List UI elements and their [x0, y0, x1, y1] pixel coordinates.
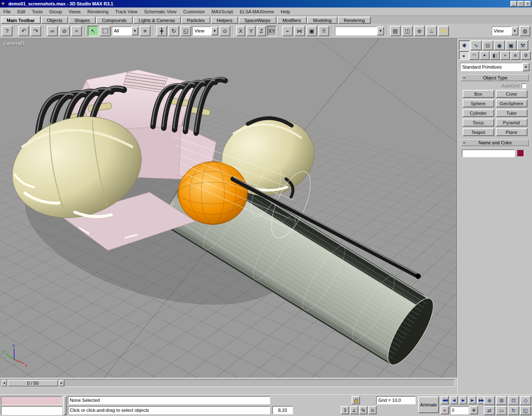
menu-help[interactable]: Help	[277, 8, 293, 15]
zoom-all-icon[interactable]: ⊞	[496, 396, 507, 405]
systems-category-icon[interactable]: ⚙	[521, 51, 531, 60]
plane-button[interactable]: Plane	[496, 128, 527, 136]
menu-edit[interactable]: Edit	[14, 8, 29, 15]
redo-icon[interactable]: ↷	[30, 26, 41, 36]
spinner-snap-button[interactable]: ⊙	[368, 406, 377, 414]
select-and-move-icon[interactable]: ╋	[156, 26, 167, 36]
next-frame-button[interactable]: ▶	[468, 396, 476, 404]
track-view-icon[interactable]: ▤	[390, 26, 401, 36]
restrict-xy-plane-button[interactable]: XY	[267, 26, 276, 36]
current-frame-field[interactable]: 0	[450, 406, 469, 414]
key-mode-toggle[interactable]: ●	[441, 406, 449, 414]
menu-file[interactable]: File	[0, 8, 14, 15]
time-slider-left-arrow[interactable]: ◂	[1, 380, 7, 386]
schematic-view-icon[interactable]: ◫	[402, 26, 413, 36]
tab-helpers[interactable]: Helpers	[211, 17, 238, 24]
time-slider-track[interactable]: ◂ 0 / 50 ▸	[1, 379, 455, 387]
region-zoom-icon[interactable]: ▭	[496, 406, 507, 415]
time-slider-right-arrow[interactable]: ▸	[59, 380, 64, 386]
zoom-extents-icon[interactable]: ⊡	[508, 396, 519, 405]
lock-selection-button[interactable]	[352, 396, 360, 404]
play-button[interactable]: ▶	[459, 396, 467, 404]
zoom-icon[interactable]: ⊕	[484, 396, 495, 405]
tab-objects[interactable]: Objects	[41, 17, 68, 24]
render-last-icon[interactable]: ◍	[520, 26, 530, 36]
menu-maxscript[interactable]: MAXScript	[208, 8, 236, 15]
menu-rendering[interactable]: Rendering	[84, 8, 112, 15]
create-tab-icon[interactable]: ✱	[459, 40, 470, 50]
snap-toggle-button[interactable]: 3	[341, 406, 349, 414]
ik-toggle-icon[interactable]: ⌁	[282, 26, 293, 36]
motion-tab-icon[interactable]: ◉	[494, 40, 505, 50]
align-icon[interactable]: ▣	[306, 26, 317, 36]
quick-render-icon[interactable]: ⚡	[438, 26, 449, 36]
autogrid-checkbox[interactable]	[522, 84, 526, 88]
tab-particles[interactable]: Particles	[181, 17, 210, 24]
menu-elsa-maxtreme[interactable]: ELSA MAXtreme	[236, 8, 278, 15]
tube-button[interactable]: Tube	[496, 109, 527, 117]
restrict-z-button[interactable]: Z	[257, 26, 266, 36]
subcategory-dropdown[interactable]: Standard Primitives ▼	[460, 63, 530, 71]
restrict-y-button[interactable]: Y	[246, 26, 256, 36]
cameras-category-icon[interactable]: ◧	[490, 51, 500, 60]
previous-frame-button[interactable]: ◀	[450, 396, 458, 404]
selection-region-icon[interactable]	[100, 26, 111, 36]
teapot-button[interactable]: Teapot	[463, 128, 494, 136]
go-to-start-button[interactable]: ◀◀	[441, 396, 449, 404]
bind-to-spacewarp-icon[interactable]: ≈	[71, 26, 82, 36]
restrict-x-button[interactable]: X	[236, 26, 245, 36]
select-and-link-icon[interactable]: ∞	[47, 26, 58, 36]
name-color-rollout-header[interactable]: − Name and Color	[461, 139, 529, 146]
render-scene-icon[interactable]: ♨	[426, 26, 437, 36]
display-tab-icon[interactable]: ▣	[505, 40, 517, 50]
select-and-scale-icon[interactable]: ◱	[180, 26, 191, 36]
listener-splitter[interactable]	[63, 396, 66, 415]
time-configuration-button[interactable]: ⊞	[470, 406, 478, 414]
render-type-dropdown[interactable]: View ▼	[492, 27, 518, 35]
modify-tab-icon[interactable]: ∿	[470, 40, 482, 50]
tab-shapes[interactable]: Shapes	[69, 17, 96, 24]
min-max-toggle-icon[interactable]: ◱	[520, 406, 531, 415]
menu-track-view[interactable]: Track View	[112, 8, 141, 15]
maxscript-mini-listener-pink[interactable]	[1, 396, 62, 405]
sphere-button[interactable]: Sphere	[463, 99, 494, 107]
torus-button[interactable]: Torus	[463, 119, 494, 126]
mirror-icon[interactable]: ⋈	[294, 26, 305, 36]
utilities-tab-icon[interactable]: ⚒	[517, 40, 528, 50]
menu-views[interactable]: Views	[65, 8, 84, 15]
named-selection-sets-dropdown[interactable]: ▼	[335, 27, 384, 35]
array-icon[interactable]: ⠿	[318, 26, 329, 36]
hierarchy-tab-icon[interactable]: ⊟	[482, 40, 493, 50]
angle-snap-button[interactable]: ∠	[350, 406, 358, 414]
object-type-rollout-header[interactable]: − Object Type	[461, 74, 529, 81]
dropdown-arrow-icon[interactable]: ▼	[522, 63, 530, 71]
selection-filter-dropdown[interactable]: All ▼	[112, 27, 138, 35]
minimize-button[interactable]: _	[510, 1, 517, 7]
viewport-camera-label[interactable]: Camera01	[3, 41, 25, 46]
cone-button[interactable]: Cone	[496, 90, 527, 98]
select-object-icon[interactable]: ↖	[88, 26, 99, 36]
tab-modeling[interactable]: Modeling	[307, 17, 337, 24]
tab-main-toolbar[interactable]: Main Toolbar	[1, 16, 41, 24]
select-and-rotate-icon[interactable]: ↻	[168, 26, 179, 36]
tab-spacewarps[interactable]: SpaceWarps	[239, 17, 276, 24]
maxscript-mini-listener-white[interactable]	[1, 406, 62, 415]
shapes-category-icon[interactable]: ◠	[469, 51, 479, 60]
reference-coordinate-dropdown[interactable]: View ▼	[192, 27, 218, 35]
dropdown-arrow-icon[interactable]: ▼	[511, 27, 518, 35]
field-of-view-icon[interactable]: ◇	[520, 396, 531, 405]
time-slider-thumb[interactable]: 0 / 50	[7, 380, 58, 386]
lights-category-icon[interactable]: ✦	[480, 51, 490, 60]
geosphere-button[interactable]: GeoSphere	[496, 99, 527, 107]
undo-icon[interactable]: ↶	[18, 26, 29, 36]
animate-button[interactable]: Animate	[418, 396, 439, 413]
tab-rendering[interactable]: Rendering	[338, 17, 371, 24]
box-button[interactable]: Box	[463, 90, 494, 98]
pyramid-button[interactable]: Pyramid	[496, 119, 527, 126]
dropdown-arrow-icon[interactable]: ▼	[131, 27, 138, 35]
percent-snap-button[interactable]: %	[359, 406, 367, 414]
menu-group[interactable]: Group	[46, 8, 65, 15]
maximize-button[interactable]: □	[517, 1, 524, 7]
tab-lights-cameras[interactable]: Lights & Cameras	[133, 17, 181, 24]
dropdown-arrow-icon[interactable]: ▼	[211, 27, 218, 35]
